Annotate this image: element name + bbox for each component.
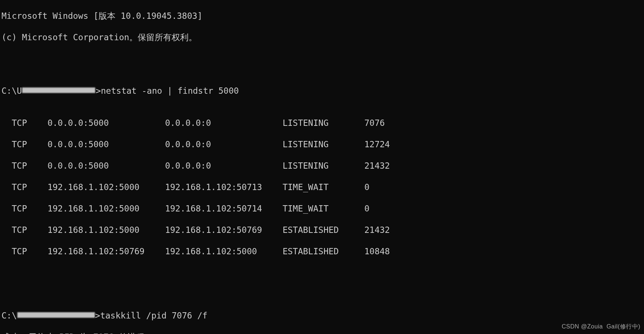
col-local: 192.168.1.102:5000 [48,204,165,213]
col-pid: 0 [364,204,369,213]
col-foreign: 0.0.0.0:0 [165,140,283,149]
col-proto: TCP [1,182,48,192]
col-local: 0.0.0.0:5000 [48,140,165,149]
redacted-user [22,87,95,93]
netstat-row: TCP 0.0.0.0:5000 0.0.0.0:0 LISTENING 127… [1,139,643,150]
col-pid: 7076 [364,118,385,128]
netstat-row: TCP 0.0.0.0:5000 0.0.0.0:0 LISTENING 214… [1,161,643,171]
col-proto: TCP [1,161,48,171]
col-pid: 21432 [364,225,390,235]
col-pid: 12724 [364,140,390,149]
redacted-user [17,312,95,318]
netstat-row: TCP 192.168.1.102:5000 192.168.1.102:507… [1,225,643,235]
col-state: LISTENING [283,140,365,149]
blank-line [1,278,643,289]
col-local: 192.168.1.102:5000 [48,182,165,192]
col-local: 192.168.1.102:5000 [48,225,165,235]
col-proto: TCP [1,204,48,213]
csdn-watermark: CSDN @Zouia Gail(修行中) [562,321,640,332]
col-state: ESTABLISHED [283,225,365,235]
col-local: 0.0.0.0:5000 [48,161,165,171]
col-proto: TCP [1,140,48,149]
os-header-line1: Microsoft Windows [版本 10.0.19045.3803] [1,11,643,21]
col-foreign: 0.0.0.0:0 [165,161,283,171]
command-text: taskkill /pid 7076 /f [100,311,207,320]
col-state: LISTENING [283,161,365,171]
col-proto: TCP [1,247,48,256]
netstat-row: TCP 192.168.1.102:5000 192.168.1.102:507… [1,203,643,214]
netstat-row: TCP 0.0.0.0:5000 0.0.0.0:0 LISTENING 707… [1,118,643,128]
prompt-suffix: > [95,311,100,320]
col-proto: TCP [1,118,48,128]
col-foreign: 192.168.1.102:50769 [165,225,283,235]
prompt-prefix: C:\U [1,86,22,96]
prompt-line-2: C:\>taskkill /pid 7076 /f [1,310,643,321]
col-foreign: 0.0.0.0:0 [165,118,283,128]
col-local: 192.168.1.102:50769 [48,247,165,256]
col-foreign: 192.168.1.102:50714 [165,204,283,213]
netstat-row: TCP 192.168.1.102:50769 192.168.1.102:50… [1,246,643,257]
col-state: TIME_WAIT [283,182,365,192]
prompt-suffix: > [96,86,101,96]
col-state: ESTABLISHED [283,247,365,256]
command-text: netstat -ano | findstr 5000 [101,86,239,96]
prompt-line-1: C:\U>netstat -ano | findstr 5000 [1,86,643,96]
col-pid: 10848 [364,247,390,256]
col-state: LISTENING [283,118,365,128]
netstat-row: TCP 192.168.1.102:5000 192.168.1.102:507… [1,182,643,193]
col-state: TIME_WAIT [283,204,365,213]
col-foreign: 192.168.1.102:5000 [165,247,283,256]
prompt-prefix: C:\ [1,311,17,320]
blank-line [1,54,643,64]
col-local: 0.0.0.0:5000 [48,118,165,128]
kill-result: 成功: 已终止 PID 为 7076 的进程。 [1,332,643,334]
col-foreign: 192.168.1.102:50713 [165,182,283,192]
os-header-line2: (c) Microsoft Corporation。保留所有权利。 [1,32,643,43]
col-proto: TCP [1,225,48,235]
terminal-window[interactable]: Microsoft Windows [版本 10.0.19045.3803] (… [0,0,644,334]
col-pid: 0 [364,182,369,192]
col-pid: 21432 [364,161,390,171]
